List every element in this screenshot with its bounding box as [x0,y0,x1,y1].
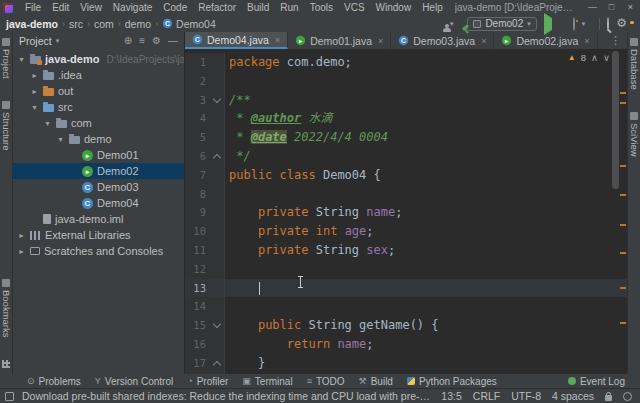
code-line-1[interactable]: 1package com.demo; [185,53,627,72]
code-line-11[interactable]: 11 private String sex; [185,241,627,260]
line-number[interactable]: 3 [185,91,211,110]
locate-file-icon[interactable]: ⊕ [124,35,132,46]
tree-expand-icon[interactable]: ▸ [17,231,26,240]
tree-expand-icon[interactable]: ▾ [43,119,52,128]
settings-gear-icon[interactable]: ⚙ [616,18,627,29]
line-number[interactable]: 15 [185,316,211,335]
toolwindow-button-build[interactable]: ⚒Build [352,376,400,387]
toolwindow-button-terminal[interactable]: ▣Terminal [235,376,299,387]
menu-item-navigate[interactable]: Navigate [108,1,157,14]
profiler-button[interactable] [573,18,575,30]
run-configuration-select[interactable]: Demo02 ▾ [467,17,536,31]
line-number[interactable]: 6 [185,147,211,166]
code-line-14[interactable]: 14 [185,297,627,316]
fold-marker-icon[interactable] [211,91,225,110]
tree-row-demo03[interactable]: Demo03 [13,179,184,195]
file-encoding[interactable]: UTF-8 [511,390,541,402]
project-panel-title[interactable]: Project [19,35,52,47]
toolwindow-button-sciview[interactable]: SciView [629,112,640,157]
run-button[interactable] [544,18,552,30]
menu-item-build[interactable]: Build [242,1,274,14]
tab-close-icon[interactable]: × [584,36,589,46]
tree-expand-icon[interactable]: ▸ [30,71,39,80]
menu-item-run[interactable]: Run [275,1,303,14]
toolwindow-button-event-log[interactable]: Event Log [561,376,632,387]
line-number[interactable]: 13 [185,279,211,298]
tool-window-switcher-icon[interactable] [5,392,14,401]
editor-tab-demo01-java[interactable]: Demo01.java× [288,32,391,49]
warning-stripe-mark[interactable] [620,287,626,289]
warning-stripe-mark[interactable] [620,322,626,324]
hide-panel-icon[interactable]: — [168,35,178,46]
tree-row-java-demo-iml[interactable]: java-demo.iml [13,211,184,227]
breadcrumb-item-demo04[interactable]: Demo04 [162,18,216,30]
code-line-2[interactable]: 2 [185,72,627,91]
editor-tab-demo04-java[interactable]: Demo04.java× [185,32,288,49]
tree-row-out[interactable]: ▸out [13,83,184,99]
line-number[interactable]: 12 [185,260,211,279]
status-message[interactable]: Download pre-built shared indexes: Reduc… [22,390,433,402]
breadcrumb-item-com[interactable]: com [94,18,114,30]
menu-item-view[interactable]: View [75,1,107,14]
menu-item-code[interactable]: Code [158,1,192,14]
editor-tab-demo02-java[interactable]: Demo02.java× [494,32,597,49]
prev-warning-icon[interactable]: ∧ [591,52,598,63]
code-line-8[interactable]: 8 [185,185,627,204]
line-number[interactable]: 16 [185,335,211,354]
code-editor[interactable]: 1package com.demo;23/**4 * @author 水滴5 *… [185,49,627,374]
line-number[interactable]: 8 [185,185,211,204]
code-line-13[interactable]: 13 [185,279,627,298]
toolwindow-button-profiler[interactable]: ◔Profiler [180,376,235,387]
code-line-5[interactable]: 5 * @date 2022/4/4 0004 [185,128,627,147]
tree-row-com[interactable]: ▾com [13,115,184,131]
tree-row-scratches-and-consoles[interactable]: ▸Scratches and Consoles [13,243,184,259]
breadcrumb-item-src[interactable]: src [69,18,83,30]
tab-close-icon[interactable]: × [378,36,383,46]
tab-close-icon[interactable]: × [275,35,280,45]
warning-stripe-mark[interactable] [620,92,626,94]
tree-expand-icon[interactable]: ▾ [17,55,26,64]
readonly-lock-icon[interactable] [605,395,612,401]
tree-row-demo04[interactable]: Demo04 [13,195,184,211]
code-line-10[interactable]: 10 private int age; [185,222,627,241]
line-number[interactable]: 4 [185,109,211,128]
breadcrumb-item-java-demo[interactable]: java-demo [6,18,58,30]
code-line-17[interactable]: 17 } [185,354,627,373]
fold-marker-icon[interactable] [211,316,225,335]
menu-item-vcs[interactable]: VCS [339,1,370,14]
warning-stripe-mark[interactable] [620,224,626,226]
tree-row-src[interactable]: ▾src [13,99,184,115]
inspection-widget[interactable]: ▲8 ∧ ∨ [568,52,610,63]
line-number[interactable]: 2 [185,72,211,91]
search-everywhere-icon[interactable] [607,18,609,30]
code-line-6[interactable]: 6 */ [185,147,627,166]
minimize-button[interactable]: — [583,0,602,15]
indent-setting[interactable]: 4 spaces [552,390,594,402]
menu-item-refactor[interactable]: Refactor [193,1,241,14]
line-number[interactable]: 10 [185,222,211,241]
warning-stripe-mark[interactable] [620,194,626,196]
editor-tab-demo03-java[interactable]: Demo03.java× [391,32,494,49]
heap-indicator-icon[interactable] [623,392,632,401]
profiler-dropdown-icon[interactable]: ▾ [582,20,586,28]
line-number[interactable]: 5 [185,128,211,147]
window-switcher-grid-icon[interactable] [2,360,10,368]
code-line-18[interactable]: 18 [185,373,627,374]
line-number[interactable]: 17 [185,354,211,373]
toolwindow-button-structure[interactable]: Structure [1,101,12,151]
menu-item-window[interactable]: Window [371,1,417,14]
tree-expand-icon[interactable]: ▸ [30,87,39,96]
line-separator[interactable]: CRLF [473,390,500,402]
line-number[interactable]: 18 [185,373,211,374]
line-number[interactable]: 9 [185,203,211,222]
tree-row-java-demo[interactable]: ▾java-demoD:\IdeaProjects\java-demo [13,51,184,67]
menu-item-help[interactable]: Help [417,1,448,14]
code-line-4[interactable]: 4 * @author 水滴 [185,109,627,128]
close-button[interactable]: × [621,0,640,15]
menu-item-file[interactable]: File [20,1,46,14]
warning-stripe-mark[interactable] [620,252,626,254]
toolwindow-button-todo[interactable]: ≡TODO [300,376,352,387]
line-number[interactable]: 1 [185,53,211,72]
warning-stripe-mark[interactable] [620,102,626,104]
tree-row--idea[interactable]: ▸.idea [13,67,184,83]
